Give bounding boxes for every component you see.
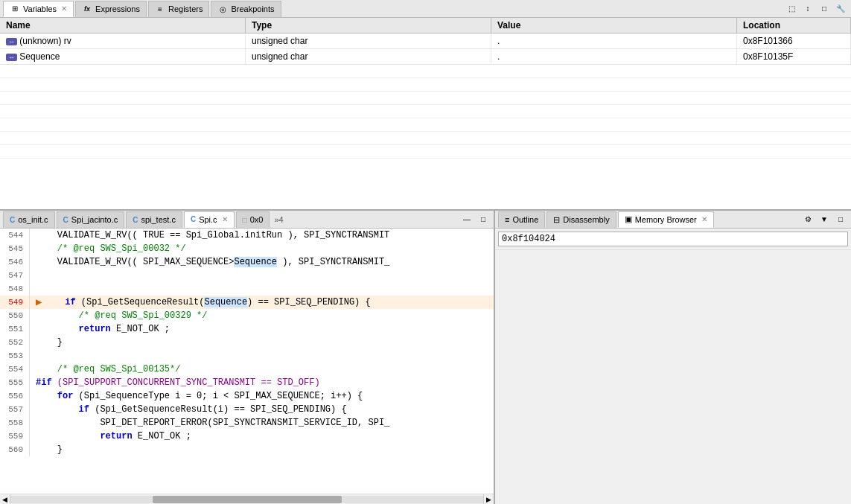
code-line-558: 558 SPI_DET_REPORT_ERROR(SPI_SYNCTRANSMI…	[0, 416, 494, 430]
outline-icon: ≡	[505, 215, 509, 224]
var-location-cell: 0x8F10135F	[737, 49, 851, 64]
editor-tab-bar: C os_init.c C Spi_jacinto.c C spi_test.c…	[0, 211, 494, 229]
col-type: Type	[246, 18, 491, 33]
right-panel-toolbar: ⚙ ▼ □	[800, 213, 848, 226]
table-row[interactable]: ↔ (unknown) rv unsigned char . 0x8F10136…	[0, 34, 851, 49]
code-line-549: 549 ▶ if (Spi_GetSequenceResult(Sequence…	[0, 296, 494, 309]
tab-os-init[interactable]: C os_init.c	[3, 211, 55, 228]
memory-dropdown-btn[interactable]: ▼	[817, 213, 832, 226]
var-name-cell: ↔ (unknown) rv	[0, 34, 246, 48]
variables-icon: ⊞	[10, 4, 20, 14]
empty-row	[0, 118, 851, 132]
code-line-544: 544 VALIDATE_W_RV(( TRUE == Spi_Global.i…	[0, 229, 494, 242]
var-location-cell: 0x8F101366	[737, 34, 851, 48]
code-line-550: 550 /* @req SWS_Spi_00329 */	[0, 309, 494, 322]
c-icon: C	[191, 215, 196, 223]
code-line-551: 551 return E_NOT_OK ;	[0, 322, 494, 336]
tab-registers[interactable]: ≡ Registers	[148, 1, 209, 17]
scroll-right-btn[interactable]: ▶	[483, 494, 494, 505]
var-name-cell: ↔ Sequence	[0, 49, 246, 64]
col-value: Value	[491, 18, 737, 33]
c-icon: C	[10, 216, 15, 224]
var-type-cell: unsigned char	[246, 34, 491, 48]
breakpoint-arrow: ▶	[36, 296, 42, 309]
empty-row	[0, 78, 851, 92]
variables-table-header: Name Type Value Location	[0, 18, 851, 34]
toolbar-btn-1[interactable]: ⬚	[784, 2, 799, 16]
tab-variables[interactable]: ⊞ Variables ✕	[3, 1, 74, 17]
expressions-icon: fx	[82, 4, 92, 14]
code-horizontal-scrollbar[interactable]: ◀ ▶	[0, 494, 494, 504]
tab-spi-jacinto[interactable]: C Spi_jacinto.c	[57, 211, 125, 228]
empty-row	[0, 92, 851, 105]
registers-icon: ≡	[155, 4, 165, 14]
col-location: Location	[737, 18, 851, 33]
code-line-560: 560 }	[0, 443, 494, 456]
code-line-554: 554 /* @req SWS_Spi_00135*/	[0, 363, 494, 376]
scroll-thumb	[153, 496, 342, 503]
bottom-panel: C os_init.c C Spi_jacinto.c C spi_test.c…	[0, 211, 851, 504]
scroll-left-btn[interactable]: ◀	[0, 494, 10, 505]
empty-row	[0, 65, 851, 78]
top-panel: ⊞ Variables ✕ fx Expressions ≡ Registers…	[0, 0, 851, 211]
tab-disassembly[interactable]: ⊟ Disassembly	[546, 211, 616, 228]
toolbar-btn-2[interactable]: ↕	[800, 2, 815, 16]
code-line-556: 556 for (Spi_SequenceType i = 0; i < SPI…	[0, 389, 494, 403]
memory-icon: ▣	[625, 214, 632, 224]
tab-breakpoints[interactable]: ◎ Breakpoints	[211, 1, 281, 17]
code-line-555: 555 #if (SPI_SUPPORT_CONCURRENT_SYNC_TRA…	[0, 376, 494, 389]
overflow-indicator[interactable]: » 4	[271, 215, 286, 224]
code-editor: C os_init.c C Spi_jacinto.c C spi_test.c…	[0, 211, 495, 504]
tab-expressions[interactable]: fx Expressions	[75, 1, 147, 17]
code-line-546: 546 VALIDATE_W_RV(( SPI_MAX_SEQUENCE>Seq…	[0, 255, 494, 269]
col-name: Name	[0, 18, 246, 33]
tab-memory-browser[interactable]: ▣ Memory Browser ✕	[618, 211, 714, 228]
editor-memory-split: C os_init.c C Spi_jacinto.c C spi_test.c…	[0, 211, 851, 504]
editor-window-controls: — □	[459, 213, 491, 226]
code-line-553: 553	[0, 349, 494, 363]
memory-address-bar	[495, 229, 851, 250]
memory-browser-content	[495, 250, 851, 504]
empty-row	[0, 105, 851, 118]
scroll-track[interactable]	[10, 496, 483, 503]
code-line-557: 557 if (Spi_GetSequenceResult(i) == SPI_…	[0, 403, 494, 416]
code-line-547: 547	[0, 269, 494, 282]
breakpoints-icon: ◎	[217, 4, 228, 14]
top-tab-bar: ⊞ Variables ✕ fx Expressions ≡ Registers…	[0, 0, 851, 18]
tab-spi-test[interactable]: C spi_test.c	[126, 211, 182, 228]
right-panel: ≡ Outline ⊟ Disassembly ▣ Memory Browser…	[495, 211, 851, 504]
disassembly-icon: ⊟	[553, 215, 560, 225]
empty-row	[0, 132, 851, 145]
var-value-cell: .	[491, 34, 737, 48]
table-row[interactable]: ↔ Sequence unsigned char . 0x8F10135F	[0, 49, 851, 65]
right-tab-bar: ≡ Outline ⊟ Disassembly ▣ Memory Browser…	[495, 211, 851, 229]
code-line-548: 548	[0, 282, 494, 296]
tab-outline[interactable]: ≡ Outline	[498, 211, 545, 228]
variables-table: ↔ (unknown) rv unsigned char . 0x8F10136…	[0, 34, 851, 209]
maximize-editor-btn[interactable]: □	[476, 213, 491, 226]
var-type-cell: unsigned char	[246, 49, 491, 64]
code-line-559: 559 return E_NOT_OK ;	[0, 430, 494, 443]
memory-settings-btn[interactable]: ⚙	[800, 213, 815, 226]
tab-0x0[interactable]: □ 0x0	[236, 211, 270, 228]
memory-address-input[interactable]	[498, 232, 848, 246]
minimize-editor-btn[interactable]: —	[459, 213, 474, 226]
c-icon: C	[133, 216, 138, 224]
toolbar-btn-3[interactable]: □	[817, 2, 832, 16]
toolbar-btn-4[interactable]: 🔧	[833, 2, 848, 16]
empty-row	[0, 145, 851, 159]
code-line-545: 545 /* @req SWS_Spi_00032 */	[0, 242, 494, 255]
top-toolbar: ⬚ ↕ □ 🔧	[784, 2, 848, 16]
code-content[interactable]: 544 VALIDATE_W_RV(( TRUE == Spi_Global.i…	[0, 229, 494, 494]
memory-maximize-btn[interactable]: □	[833, 213, 848, 226]
tab-spi-c[interactable]: C Spi.c ✕	[184, 211, 235, 228]
mem-icon: □	[243, 216, 247, 224]
var-value-cell: .	[491, 49, 737, 64]
c-icon: C	[63, 216, 68, 224]
code-line-552: 552 }	[0, 336, 494, 349]
